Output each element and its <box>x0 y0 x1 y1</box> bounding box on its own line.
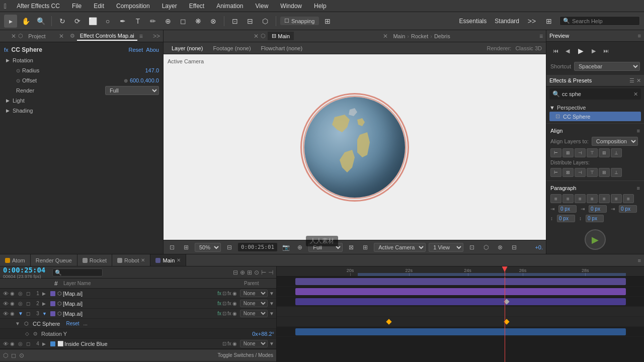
comp-panel-close-icon[interactable]: ✕ <box>254 33 259 40</box>
text-tool[interactable]: T <box>131 15 144 28</box>
color-correction-btn[interactable]: ⊕ <box>294 242 305 253</box>
viewer-layer-tab[interactable]: Layer (none) <box>168 44 207 52</box>
tl-layer-2-solo-icon[interactable]: ◎ <box>18 301 25 306</box>
tl-l2-switch-fx[interactable]: fx <box>227 301 231 306</box>
tl-tab-rocket[interactable]: Rocket <box>77 254 112 266</box>
perspective-header[interactable]: ▼ Perspective <box>549 104 641 112</box>
hand-tool[interactable]: ✋ <box>19 15 32 28</box>
workspace-essentials[interactable]: Essentials <box>457 17 489 26</box>
dist-left-btn[interactable]: ⊢ <box>550 168 561 177</box>
tl-l4-switch-fx[interactable]: fx <box>227 341 231 346</box>
tl-layer-1-expand-icon[interactable]: ▶ <box>42 291 48 296</box>
tl-l2-switch-3[interactable]: ◉ <box>232 301 237 306</box>
zoom-tool[interactable]: 🔍 <box>34 15 47 28</box>
preview-play-btn[interactable]: ▶ <box>575 45 587 57</box>
para-space-input-1[interactable] <box>557 215 575 222</box>
clone-tool[interactable]: ⊕ <box>162 15 175 28</box>
tl-snapping-icon[interactable]: ⊢ <box>261 269 266 276</box>
tl-layer-3-audio-icon[interactable]: ◉ <box>10 311 17 316</box>
menu-animation[interactable]: Animation <box>214 2 245 11</box>
workspace-standard[interactable]: Standard <box>493 17 521 26</box>
zoom-select[interactable]: 50% 100% 200% <box>195 243 221 252</box>
tl-layer-1-audio-icon[interactable]: ◉ <box>10 291 17 296</box>
grid-tool[interactable]: ⊞ <box>321 15 334 28</box>
quality-select[interactable]: Full Half Quarter <box>308 243 343 252</box>
viewer-footage-tab[interactable]: Footage (none) <box>209 44 255 52</box>
tl-panel-menu-icon[interactable]: ≡ <box>638 257 641 263</box>
tl-layer-2-lock-icon[interactable]: ◻ <box>26 301 33 306</box>
tl-tab-render-queue[interactable]: Render Queue <box>31 254 77 266</box>
tl-layer-2-parent-select[interactable]: None <box>240 300 268 307</box>
snapshot-btn[interactable]: 📷 <box>280 242 291 253</box>
render-select[interactable]: Full Outside Sphere Inside Sphere <box>105 86 159 95</box>
comp-tab-main[interactable]: ⊟ Main <box>268 32 294 40</box>
align-hcenter-btn[interactable]: ⊠ <box>562 148 574 157</box>
tl-layer-3-solo-icon[interactable]: ▼ <box>18 311 25 316</box>
tl-layer-4[interactable]: 👁 ◉ ◎ ◻ 4 ▶ ⬜ Inside Circle Blue ⊡ fx ◉ … <box>0 339 276 349</box>
align-menu-icon[interactable]: ≡ <box>637 128 640 134</box>
tab-project[interactable]: Project <box>25 32 48 40</box>
tl-layer-3-lock-icon[interactable]: ◻ <box>26 311 33 316</box>
render-queue-btn[interactable]: ⊗ <box>495 242 506 253</box>
tl-layer-3-parent-select[interactable]: None <box>240 310 268 317</box>
tl-l1-switch-fx[interactable]: fx <box>227 291 231 296</box>
dist-bottom-btn[interactable]: ⊥ <box>611 168 622 177</box>
effect-about-btn[interactable]: Abou <box>146 47 159 53</box>
3d-view-btn[interactable]: ⬡ <box>480 242 492 253</box>
exposure-btn[interactable]: ⊞ <box>360 242 371 253</box>
tl-tab-robot[interactable]: Robot ✕ <box>112 254 150 266</box>
para-space-input-2[interactable] <box>586 215 604 222</box>
viewer-flowchart-tab[interactable]: Flowchart (none) <box>257 44 307 52</box>
tl-bar-1[interactable] <box>295 278 626 285</box>
tl-layer-1[interactable]: 👁 ◉ ◎ ◻ 1 ▶ ⬡ [Map.ai] fx ⊡ fx ◉ None <box>0 289 276 299</box>
region-of-interest-btn[interactable]: ⊡ <box>167 242 178 253</box>
tl-l4-switch-3[interactable]: ◉ <box>232 341 237 346</box>
selection-tool[interactable]: ▸ <box>4 15 17 28</box>
search-help-bar[interactable]: 🔍 Search Help <box>559 16 640 26</box>
para-align-center-btn[interactable]: ≡ <box>562 194 574 203</box>
para-indent-right-btn[interactable]: ≡ <box>623 194 634 203</box>
dist-top-btn[interactable]: ⊤ <box>587 168 598 177</box>
tl-l1-switch-1[interactable]: ⊡ <box>222 291 226 296</box>
tl-layer-4-audio-icon[interactable]: ◉ <box>10 341 17 346</box>
tl-l1-switch-3[interactable]: ◉ <box>232 291 237 296</box>
align-top-btn[interactable]: ⊤ <box>587 148 598 157</box>
perspective-item-cc-sphere[interactable]: ⊡ CC Sphere <box>549 112 641 121</box>
snapping-toggle[interactable]: ☐ Snapping <box>280 17 319 25</box>
tl-add-shape-icon[interactable]: ◻ <box>11 352 16 359</box>
robot-tab-close-icon[interactable]: ✕ <box>141 257 145 263</box>
para-justify-all-btn[interactable]: ≡ <box>599 194 610 203</box>
tl-playhead[interactable] <box>505 266 505 276</box>
tl-layer-4-visibility-icon[interactable]: 👁 <box>2 341 9 347</box>
ep-icon-1[interactable]: ☰ <box>629 77 634 84</box>
tl-l3-switch-fx[interactable]: fx <box>227 311 231 316</box>
view-select[interactable]: 1 View 2 Views 4 Views <box>429 243 463 252</box>
tl-l3-switch-1[interactable]: ⊡ <box>222 311 226 316</box>
tl-motion-blur-icon[interactable]: ⊕ <box>240 269 245 276</box>
main-tab-close-icon[interactable]: ✕ <box>177 257 181 263</box>
tl-search-input[interactable] <box>52 268 103 277</box>
tl-add-layer-icon[interactable]: ⬡ <box>3 352 8 359</box>
fx-search-bar[interactable]: 🔍 ✕ <box>549 88 641 100</box>
tl-keyframe-roty-1[interactable] <box>386 319 391 324</box>
para-indent-left-btn[interactable]: ≡ <box>611 194 622 203</box>
ep-close-icon[interactable]: ✕ <box>636 77 641 84</box>
para-indent-input-3[interactable] <box>619 205 637 213</box>
tl-l4-switch-1[interactable]: ⊡ <box>222 341 226 346</box>
big-play-btn[interactable]: ▶ <box>585 229 606 250</box>
fx-search-input[interactable] <box>562 91 631 97</box>
tl-tab-main[interactable]: Main ✕ <box>150 254 186 266</box>
project-tab-close[interactable]: ✕ <box>59 33 64 40</box>
tl-layer-4-solo-icon[interactable]: ◎ <box>18 341 25 346</box>
dist-hcenter-btn[interactable]: ⊠ <box>562 168 574 177</box>
distribute-tool[interactable]: ⊟ <box>244 15 257 28</box>
preview-last-frame-btn[interactable]: ⏭ <box>601 46 611 56</box>
radius-value[interactable]: 147.0 <box>145 67 159 73</box>
tl-layer-4-expand-icon[interactable]: ▶ <box>42 341 48 346</box>
dist-vcenter-btn[interactable]: ⊞ <box>599 168 610 177</box>
align-right-btn[interactable]: ⊣ <box>575 148 586 157</box>
menu-effect[interactable]: Effect <box>187 2 206 11</box>
tl-l2-switch-1[interactable]: ⊡ <box>222 301 226 306</box>
tl-layer-2-expand-icon[interactable]: ▶ <box>42 301 48 306</box>
fit-btn[interactable]: ⊟ <box>224 242 235 253</box>
